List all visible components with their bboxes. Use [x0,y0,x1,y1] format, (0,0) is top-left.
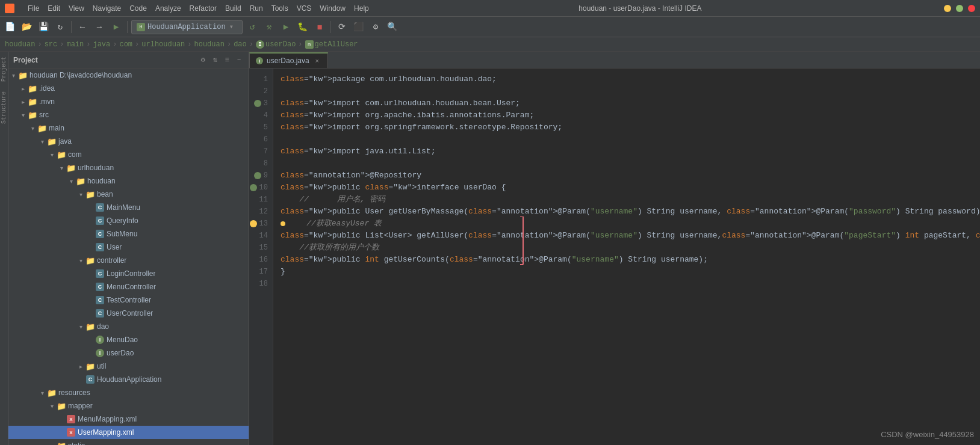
menu-vcs[interactable]: VCS [293,3,315,14]
bc-userdao[interactable]: userDao [265,40,296,49]
code-line-4: class="kw">import org.apache.ibatis.anno… [281,109,980,121]
code-editor[interactable]: 123456789101112131415161718 class="kw">p… [249,69,980,445]
code-line-3: class="kw">import com.urlhouduan.houduan… [281,97,980,109]
back-button[interactable]: ← [75,20,90,34]
structure-strip-label[interactable]: Structure [1,87,7,129]
menu-tools[interactable]: Tools [268,3,292,14]
tree-item-resources[interactable]: ▾📁resources [8,386,249,399]
tree-item-TestController[interactable]: CTestController [8,293,249,307]
tree-item-MainMenu[interactable]: CMainMenu [8,201,249,214]
tree-item-com[interactable]: ▾📁com [8,148,249,161]
folder-icon: 📁 [85,190,95,199]
sync-button[interactable]: ↻ [53,20,67,34]
tree-item-java[interactable]: ▾📁java [8,135,249,148]
close-button[interactable] [968,5,975,12]
sidebar-close-icon[interactable]: – [234,55,244,65]
terminal-button[interactable]: ⬛ [352,20,366,34]
bc-getalluser[interactable]: getAllUser [315,40,358,49]
sidebar-gear-icon[interactable]: ≡ [222,55,232,65]
code-content[interactable]: class="kw">package com.urlhouduan.houdua… [273,69,980,445]
tree-item-src[interactable]: ▾📁src [8,108,249,121]
minimize-button[interactable] [944,5,951,12]
sidebar-icons: ⚙ ⇅ ≡ – [198,55,244,65]
menu-help[interactable]: Help [350,3,373,14]
tree-item-bean[interactable]: ▾📁bean [8,188,249,201]
tree-item-static[interactable]: ▸📁static [8,439,249,445]
tree-item-houduan-root[interactable]: ▾📁houduan D:\javadcode\houduan [8,69,249,82]
stop-button[interactable]: ◼ [312,20,327,34]
main-layout: Project Structure Project ⚙ ⇅ ≡ – ▾📁houd… [0,52,980,445]
menu-build[interactable]: Build [222,3,245,14]
gutter-repo-icon [254,172,261,179]
open-button[interactable]: 📂 [19,20,34,34]
menu-navigate[interactable]: Navigate [89,3,125,14]
tree-item-User[interactable]: CUser [8,241,249,254]
menu-view[interactable]: View [65,3,88,14]
bc-houduan[interactable]: houduan [5,40,35,49]
forward-button[interactable]: → [92,20,107,34]
tree-item-HouduanApplication[interactable]: CHouduanApplication [8,373,249,386]
tree-item-urlhouduan[interactable]: ▾📁urlhouduan [8,161,249,174]
xml-icon: X [67,428,75,437]
folder-icon: 📁 [76,177,85,186]
reload-button[interactable]: ↺ [245,20,259,34]
save-button[interactable]: 💾 [36,20,51,34]
menu-refactor[interactable]: Refactor [186,3,220,14]
bc-houduan2[interactable]: houduan [194,40,225,49]
tree-item-controller[interactable]: ▾📁controller [8,254,249,267]
tree-item-LoginController[interactable]: CLoginController [8,267,249,280]
tree-item-UserMapping[interactable]: XUserMapping.xml [8,426,249,439]
folder-icon: 📁 [28,84,37,93]
menu-window[interactable]: Window [316,3,349,14]
menu-analyze[interactable]: Analyze [152,3,185,14]
settings-button[interactable]: ⚙ [368,20,383,34]
tree-item-mvn[interactable]: ▸📁.mvn [8,95,249,108]
getalluser-icon: m [305,40,314,49]
menu-edit[interactable]: Edit [44,3,64,14]
tree-item-UserController[interactable]: CUserController [8,307,249,320]
bc-java[interactable]: java [93,40,110,49]
toolbar-separator3 [330,21,331,33]
new-file-button[interactable]: 📄 [2,20,17,34]
line-number-15: 15 [254,242,268,254]
bc-urlhouduan[interactable]: urlhouduan [141,40,185,49]
tree-item-MenuController[interactable]: CMenuController [8,280,249,293]
debug-button[interactable]: 🐛 [296,20,310,34]
bc-src[interactable]: src [45,40,58,49]
menu-file[interactable]: File [24,3,43,14]
tab-close-button[interactable]: × [313,57,321,65]
menu-run[interactable]: Run [246,3,267,14]
sidebar-sort-icon[interactable]: ⇅ [210,55,220,65]
run-recent-button[interactable]: ▶ [109,20,123,34]
bc-dao[interactable]: dao [234,40,247,49]
line-number-7: 7 [254,146,268,158]
maximize-button[interactable] [956,5,963,12]
line-number-8: 8 [254,158,268,170]
tree-label-bean: bean [97,190,113,198]
menu-code[interactable]: Code [126,3,150,14]
tree-item-main[interactable]: ▾📁main [8,121,249,135]
project-tree: ▾📁houduan D:\javadcode\houduan▸📁.idea▸📁.… [8,69,249,445]
tree-item-MenuDao[interactable]: IMenuDao [8,333,249,346]
run-config-dropdown[interactable]: H HouduanApplication ▾ [131,20,243,34]
tree-item-MenuMapping[interactable]: XMenuMapping.xml [8,413,249,426]
build-button[interactable]: ⚒ [262,20,276,34]
tab-java-icon: I [256,57,263,64]
project-strip-label[interactable]: Project [1,52,7,87]
bc-com[interactable]: com [119,40,132,49]
sidebar-settings-icon[interactable]: ⚙ [198,55,208,65]
tree-item-houduan[interactable]: ▾📁houduan [8,174,249,188]
bc-main[interactable]: main [66,40,84,49]
tree-item-mapper[interactable]: ▾📁mapper [8,399,249,413]
watermark: CSDN @weixin_44953928 [881,430,974,439]
cvs-button[interactable]: ⟳ [335,20,349,34]
tree-item-util[interactable]: ▸📁util [8,360,249,373]
tree-item-SubMenu[interactable]: CSubMenu [8,227,249,241]
tree-item-dao[interactable]: ▾📁dao [8,320,249,333]
tree-item-idea[interactable]: ▸📁.idea [8,82,249,95]
tree-item-QueryInfo[interactable]: CQueryInfo [8,214,249,227]
tab-userdao[interactable]: I userDao.java × [249,52,328,68]
run-button[interactable]: ▶ [279,20,293,34]
tree-item-userDao[interactable]: IuserDao [8,346,249,360]
search-button[interactable]: 🔍 [385,20,400,34]
